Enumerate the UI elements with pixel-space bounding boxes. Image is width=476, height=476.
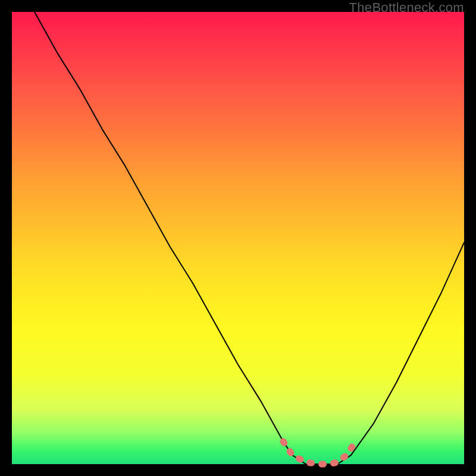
chart-frame: TheBottleneck.com [0, 0, 476, 476]
curve-layer [12, 12, 464, 464]
optimal-range-highlight [283, 441, 356, 464]
plot-area [12, 12, 464, 464]
bottleneck-curve [35, 12, 464, 464]
